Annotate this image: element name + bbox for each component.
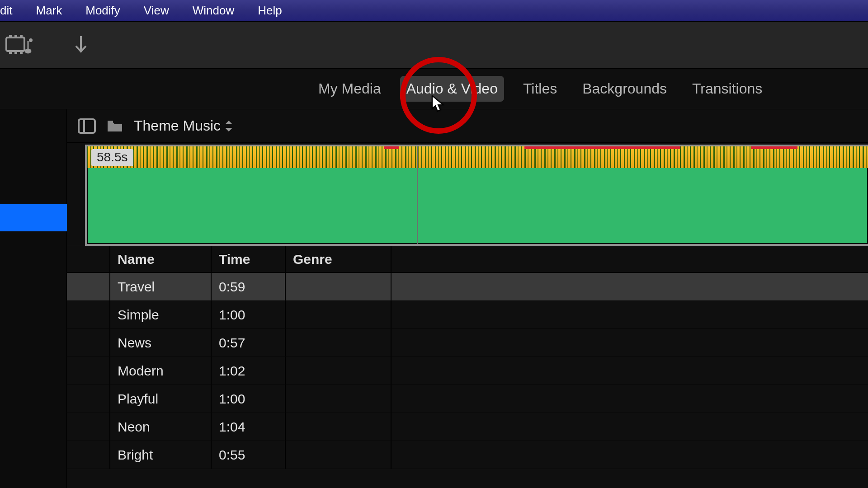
download-arrow-icon[interactable] xyxy=(74,35,88,55)
main-layout: Theme Music 58.5s xyxy=(0,109,868,488)
cell-name: Travel xyxy=(110,273,212,300)
cell-genre xyxy=(286,385,392,413)
menubar: dit Mark Modify View Window Help xyxy=(0,0,868,22)
list-view-toggle-icon[interactable] xyxy=(78,118,96,134)
cell-time: 1:04 xyxy=(212,413,286,441)
audio-waveform[interactable]: 58.5s xyxy=(85,145,868,246)
sidebar xyxy=(0,109,67,488)
tab-titles[interactable]: Titles xyxy=(517,76,563,102)
cell-genre xyxy=(286,357,392,385)
svg-rect-2 xyxy=(14,35,17,38)
svg-rect-11 xyxy=(108,121,113,123)
library-tabs: My Media Audio & Video Titles Background… xyxy=(0,69,868,109)
table-row[interactable]: Modern 1:02 xyxy=(67,357,868,385)
waveform-clip-warning xyxy=(751,146,798,149)
waveform-duration-badge: 58.5s xyxy=(91,149,133,166)
cell-time: 1:02 xyxy=(212,357,286,385)
cell-genre xyxy=(286,441,392,469)
cell-name: News xyxy=(110,329,212,357)
menu-modify[interactable]: Modify xyxy=(74,0,132,21)
waveform-amplitude-band xyxy=(87,146,868,168)
table-row[interactable]: News 0:57 xyxy=(67,329,868,357)
cell-genre xyxy=(286,329,392,357)
table-header: Name Time Genre xyxy=(67,246,868,273)
column-genre[interactable]: Genre xyxy=(286,246,392,272)
tab-my-media[interactable]: My Media xyxy=(312,76,387,102)
tab-transitions[interactable]: Transitions xyxy=(686,76,769,102)
waveform-playhead[interactable] xyxy=(417,146,418,244)
row-spacer xyxy=(67,273,110,300)
toolbar xyxy=(0,22,868,69)
folder-icon xyxy=(107,120,123,132)
content-pane: Theme Music 58.5s xyxy=(67,109,868,488)
column-time[interactable]: Time xyxy=(212,246,286,272)
table-row[interactable]: Neon 1:04 xyxy=(67,413,868,441)
waveform-bars xyxy=(87,146,868,168)
row-spacer xyxy=(67,329,110,357)
menu-window[interactable]: Window xyxy=(181,0,246,21)
svg-rect-1 xyxy=(9,35,12,38)
table-row[interactable]: Travel 0:59 xyxy=(67,273,868,301)
cell-time: 0:55 xyxy=(212,441,286,469)
waveform-clip-warning xyxy=(384,146,400,149)
menu-help[interactable]: Help xyxy=(246,0,293,21)
svg-rect-6 xyxy=(20,50,23,54)
menu-view[interactable]: View xyxy=(132,0,181,21)
cell-name: Neon xyxy=(110,413,212,441)
cell-name: Bright xyxy=(110,441,212,469)
cell-genre xyxy=(286,301,392,328)
cell-time: 0:57 xyxy=(212,329,286,357)
table-header-spacer xyxy=(67,246,110,272)
media-import-icon[interactable] xyxy=(5,35,33,56)
cell-name: Modern xyxy=(110,357,212,385)
waveform-panel: 58.5s xyxy=(67,143,868,246)
row-spacer xyxy=(67,441,110,469)
cell-name: Playful xyxy=(110,385,212,413)
cell-genre xyxy=(286,413,392,441)
folder-breadcrumb: Theme Music xyxy=(67,109,868,143)
folder-dropdown[interactable]: Theme Music xyxy=(134,117,233,134)
menu-mark[interactable]: Mark xyxy=(24,0,74,21)
menu-edit[interactable]: dit xyxy=(0,0,24,21)
svg-rect-0 xyxy=(6,38,24,51)
sort-updown-icon xyxy=(224,120,233,132)
cell-time: 0:59 xyxy=(212,273,286,300)
tab-backgrounds[interactable]: Backgrounds xyxy=(576,76,673,102)
waveform-clip-warning xyxy=(524,146,681,149)
cell-time: 1:00 xyxy=(212,385,286,413)
svg-marker-12 xyxy=(225,121,232,124)
svg-rect-3 xyxy=(20,35,23,38)
table-row[interactable]: Simple 1:00 xyxy=(67,301,868,329)
cell-time: 1:00 xyxy=(212,301,286,328)
folder-label-text: Theme Music xyxy=(134,117,221,134)
cell-name: Simple xyxy=(110,301,212,328)
svg-rect-4 xyxy=(9,50,12,54)
row-spacer xyxy=(67,413,110,441)
sidebar-selected-item[interactable] xyxy=(0,204,67,231)
row-spacer xyxy=(67,357,110,385)
svg-point-7 xyxy=(29,38,33,42)
row-spacer xyxy=(67,385,110,413)
svg-rect-9 xyxy=(79,119,95,133)
column-name[interactable]: Name xyxy=(110,246,212,272)
table-row[interactable]: Bright 0:55 xyxy=(67,441,868,469)
svg-rect-5 xyxy=(14,50,17,54)
svg-marker-13 xyxy=(225,128,232,131)
table-row[interactable]: Playful 1:00 xyxy=(67,385,868,413)
cell-genre xyxy=(286,273,392,300)
row-spacer xyxy=(67,301,110,328)
tracks-table: Name Time Genre Travel 0:59 Simple 1:00 … xyxy=(67,246,868,488)
tab-audio-video[interactable]: Audio & Video xyxy=(400,76,504,102)
